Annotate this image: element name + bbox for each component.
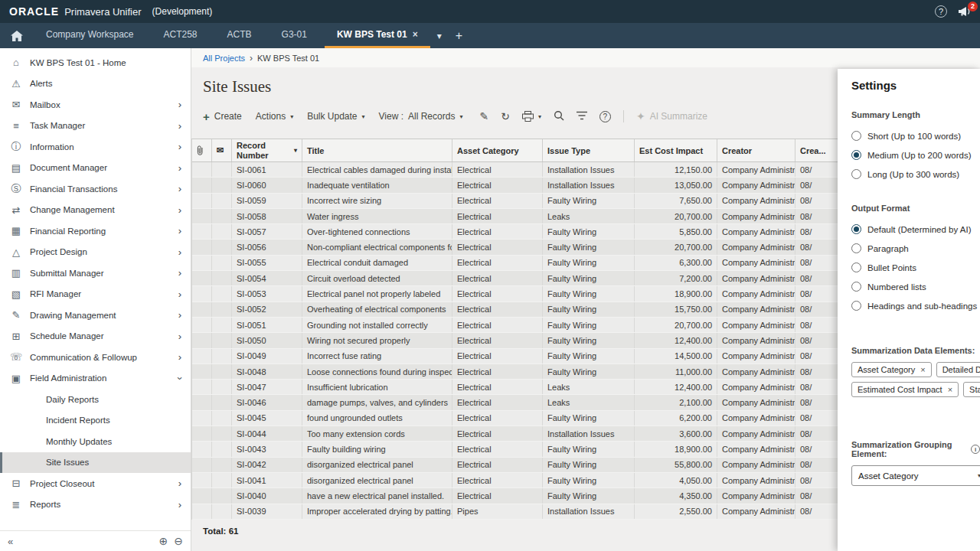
radio-button-icon[interactable] (851, 243, 861, 253)
mail-column-header[interactable]: ✉ (212, 139, 232, 161)
bulk-update-menu-button[interactable]: Bulk Update ▾ (307, 111, 364, 122)
zoom-in-icon[interactable]: ⊕ (159, 535, 168, 547)
workspace-tab[interactable]: Company Workspace (34, 23, 152, 48)
table-row[interactable]: SI-0043 Faulty building wiring Electrica… (192, 442, 838, 457)
actions-menu-button[interactable]: Actions ▾ (256, 111, 293, 122)
table-row[interactable]: SI-0042 disorganized electrical panel El… (192, 458, 838, 473)
table-row[interactable]: SI-0048 Loose connections found during i… (192, 364, 838, 380)
output-format-option[interactable]: Numbered lists (851, 277, 980, 296)
est-cost-impact-column-header[interactable]: Est Cost Impact (635, 139, 717, 161)
summary-length-option[interactable]: Short (Up to 100 words) (851, 126, 980, 145)
sidebar-item[interactable]: ⊞ Schedule Manager › (0, 326, 191, 347)
table-row[interactable]: SI-0060 Inadequate ventilation Electrica… (192, 178, 838, 193)
radio-button-icon[interactable] (851, 224, 861, 234)
radio-button-icon[interactable] (851, 262, 861, 272)
tab-list-dropdown[interactable]: ▾ (430, 23, 449, 48)
zoom-out-icon[interactable]: ⊖ (174, 535, 183, 547)
sidebar-item[interactable]: ⚠ Alerts (0, 73, 191, 95)
radio-button-icon[interactable] (851, 150, 861, 160)
sidebar-item[interactable]: Monthly Updates (0, 431, 191, 452)
filter-button[interactable] (577, 111, 587, 122)
breadcrumb-all-projects-link[interactable]: All Projects (203, 54, 245, 63)
table-row[interactable]: SI-0044 Too many extension cords Electri… (192, 426, 838, 442)
sidebar-item[interactable]: ☏ Communication & Followup › (0, 347, 191, 368)
radio-button-icon[interactable] (851, 282, 861, 292)
creation-date-column-header[interactable]: Crea... (795, 139, 838, 161)
output-format-option[interactable]: Default (Determined by AI) (851, 220, 980, 239)
close-icon[interactable]: × (413, 29, 418, 40)
sidebar-item[interactable]: Site Issues (0, 452, 191, 474)
record-number-column-header[interactable]: Record Number ▾ (232, 139, 302, 161)
radio-button-icon[interactable] (851, 131, 861, 141)
radio-button-icon[interactable] (851, 169, 861, 179)
announcements-button[interactable]: 2 (958, 6, 971, 17)
table-row[interactable]: SI-0056 Non-compliant electrical compone… (192, 240, 838, 255)
table-row[interactable]: SI-0039 Improper accelerated drying by p… (192, 504, 838, 520)
help-icon[interactable]: ? (599, 111, 611, 122)
add-tab-button[interactable]: + (449, 23, 469, 48)
sidebar-item[interactable]: ▧ RFI Manager › (0, 284, 191, 305)
collapse-sidebar-button[interactable]: « (8, 536, 13, 547)
sidebar-item[interactable]: ✎ Drawing Management › (0, 305, 191, 326)
print-button[interactable]: ▾ (522, 111, 541, 122)
summary-length-option[interactable]: Medium (Up to 200 words) (851, 145, 980, 165)
table-row[interactable]: SI-0061 Electrical cables damaged during… (192, 162, 838, 178)
view-selector[interactable]: All Records ▾ (408, 111, 462, 122)
title-column-header[interactable]: Title (302, 139, 452, 161)
sidebar-item[interactable]: Incident Reports (0, 410, 191, 432)
table-row[interactable]: SI-0059 Incorrect wire sizing Electrical… (192, 194, 838, 209)
sidebar-item[interactable]: Daily Reports (0, 389, 191, 410)
table-row[interactable]: SI-0054 Circuit overload detected Electr… (192, 271, 838, 286)
sidebar-item[interactable]: ≣ Reports › (0, 494, 191, 516)
table-row[interactable]: SI-0052 Overheating of electrical compon… (192, 302, 838, 318)
radio-button-icon[interactable] (851, 301, 861, 311)
workspace-tab[interactable]: KW BPS Test 01 × (325, 23, 430, 48)
table-row[interactable]: SI-0053 Electrical panel not properly la… (192, 286, 838, 302)
summary-length-option[interactable]: Long (Up to 300 words) (851, 165, 980, 184)
attachment-column-header[interactable] (192, 139, 212, 161)
table-row[interactable]: SI-0047 Insufficient lubrication Electri… (192, 380, 838, 395)
sidebar-item[interactable]: ✉ Mailbox › (0, 94, 191, 116)
sidebar-item[interactable]: ▦ Financial Reporting › (0, 220, 191, 242)
sidebar-item[interactable]: ▤ Document Manager › (0, 158, 191, 179)
remove-chip-icon[interactable]: × (948, 385, 952, 394)
sidebar-item[interactable]: ⊟ Project Closeout › (0, 473, 191, 494)
search-button[interactable] (554, 110, 564, 123)
table-row[interactable]: SI-0046 damage pumps, valves, and cylind… (192, 395, 838, 410)
creator-column-header[interactable]: Creator (717, 139, 795, 161)
sidebar-item[interactable]: ⇄ Change Management › (0, 200, 191, 221)
grouping-element-select[interactable]: Asset Category ▾ (851, 465, 980, 486)
table-row[interactable]: SI-0049 Incorrect fuse rating Electrical… (192, 349, 838, 364)
edit-icon[interactable]: ✎ (479, 111, 488, 122)
sidebar-item[interactable]: Ⓢ Financial Transactions › (0, 178, 191, 200)
table-row[interactable]: SI-0041 disorganized electrical panel El… (192, 473, 838, 488)
home-tab-button[interactable] (0, 23, 34, 48)
remove-chip-icon[interactable]: × (920, 365, 925, 374)
asset-category-cell: Pipes (452, 504, 543, 519)
refresh-icon[interactable]: ↻ (501, 111, 510, 122)
workspace-tab[interactable]: G3-01 (270, 23, 325, 48)
sidebar-item[interactable]: ≡ Task Manager › (0, 116, 191, 137)
sidebar-item[interactable]: ▥ Submittal Manager › (0, 262, 191, 284)
sidebar-item[interactable]: ⓘ Information › (0, 136, 191, 158)
table-row[interactable]: SI-0045 found ungrounded outlets Electri… (192, 411, 838, 426)
workspace-tab[interactable]: ACT258 (152, 23, 215, 48)
create-button[interactable]: + Create (203, 110, 242, 123)
output-format-option[interactable]: Headings and sub-headings (851, 296, 980, 315)
output-format-option[interactable]: Paragraph (851, 239, 980, 258)
table-row[interactable]: SI-0050 Wiring not secured properly Elec… (192, 333, 838, 348)
table-row[interactable]: SI-0055 Electrical conduit damaged Elect… (192, 256, 838, 271)
table-row[interactable]: SI-0040 have a new electrical panel inst… (192, 488, 838, 504)
output-format-option[interactable]: Bullet Points (851, 258, 980, 277)
help-icon[interactable]: ? (935, 5, 947, 18)
sidebar-item[interactable]: ▣ Field Administration › (0, 368, 191, 390)
asset-category-column-header[interactable]: Asset Category (452, 139, 543, 161)
workspace-tab[interactable]: ACTB (215, 23, 270, 48)
issue-type-column-header[interactable]: Issue Type (543, 139, 635, 161)
table-row[interactable]: SI-0057 Over-tightened connections Elect… (192, 224, 838, 240)
table-row[interactable]: SI-0051 Grounding not installed correctl… (192, 318, 838, 333)
sidebar-item[interactable]: ⌂ KW BPS Test 01 - Home (0, 52, 191, 73)
ai-summarize-button[interactable]: ✦ AI Summarize (636, 111, 707, 122)
sidebar-item[interactable]: △ Project Design › (0, 242, 191, 263)
table-row[interactable]: SI-0058 Water ingress Electrical Leaks 2… (192, 209, 838, 224)
